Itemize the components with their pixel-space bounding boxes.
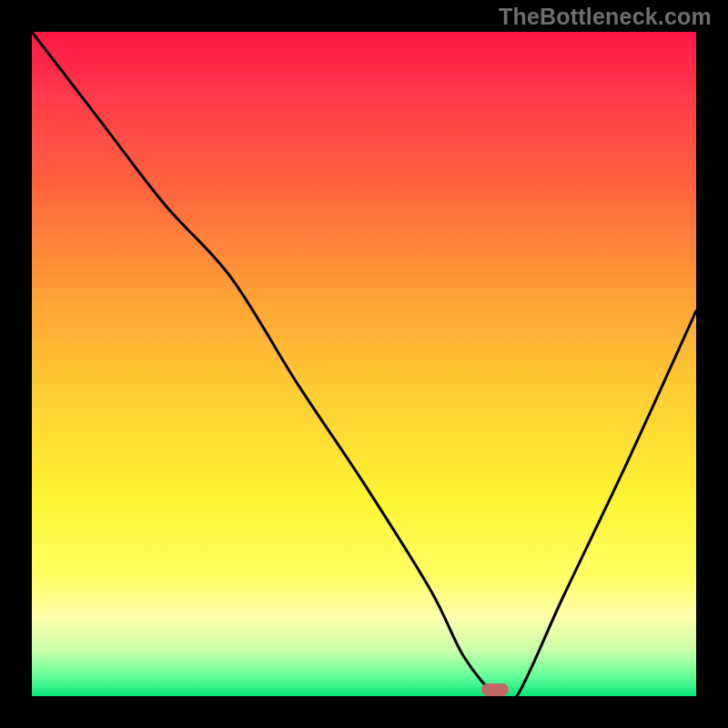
plot-area bbox=[32, 32, 696, 696]
curve-svg bbox=[32, 32, 696, 696]
optimal-marker bbox=[481, 683, 509, 696]
watermark-text: TheBottleneck.com bbox=[499, 4, 712, 30]
bottleneck-curve-path bbox=[32, 32, 696, 705]
chart-frame: TheBottleneck.com bbox=[0, 0, 728, 728]
